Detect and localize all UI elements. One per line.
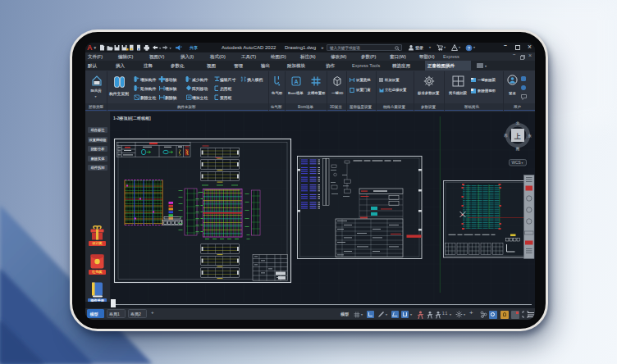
svg-text:A: A [294, 78, 298, 84]
svg-text:北: 北 [515, 121, 520, 125]
svg-text:1-2楼顶层[二维线框]: 1-2楼顶层[二维线框] [113, 116, 151, 121]
svg-text:西: 西 [503, 133, 508, 138]
svg-text:▾: ▾ [522, 162, 523, 165]
svg-text:上: 上 [514, 133, 521, 140]
svg-text:WCS: WCS [512, 161, 521, 165]
